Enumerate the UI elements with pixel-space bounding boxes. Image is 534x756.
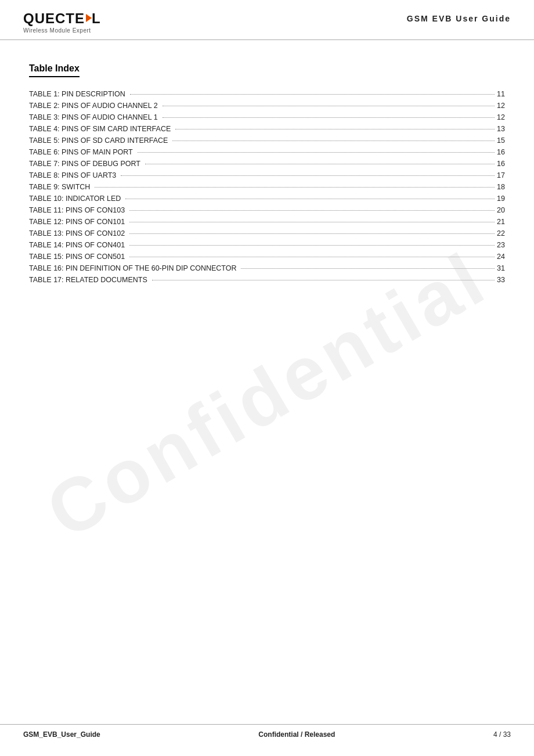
toc-dots [175, 129, 495, 129]
toc-item: TABLE 3: PINS OF AUDIO CHANNEL 112 [29, 113, 505, 121]
toc-item-label: TABLE 15: PINS OF CON501 [29, 253, 125, 261]
company-logo: QUECTE L [23, 10, 100, 27]
page-footer: GSM_EVB_User_Guide Confidential / Releas… [0, 724, 534, 739]
toc-dots [129, 222, 495, 222]
logo-text-end: L [92, 10, 100, 27]
toc-page-number: 18 [497, 183, 505, 191]
toc-item-label: TABLE 11: PINS OF CON103 [29, 206, 125, 214]
toc-page-number: 15 [497, 136, 505, 145]
toc-item: TABLE 4: PINS OF SIM CARD INTERFACE13 [29, 125, 505, 133]
toc-dots [152, 280, 495, 280]
logo-arrow-icon [86, 14, 92, 22]
toc-item: TABLE 5: PINS OF SD CARD INTERFACE15 [29, 136, 505, 145]
toc-item: TABLE 13: PINS OF CON10222 [29, 229, 505, 237]
toc-page-number: 24 [497, 253, 505, 261]
table-of-contents: TABLE 1: PIN DESCRIPTION11TABLE 2: PINS … [29, 90, 505, 284]
toc-item-label: TABLE 5: PINS OF SD CARD INTERFACE [29, 136, 168, 145]
toc-dots [130, 94, 495, 95]
document-title: GSM EVB User Guide [407, 14, 511, 23]
toc-item: TABLE 15: PINS OF CON50124 [29, 253, 505, 261]
logo-area: QUECTE L Wireless Module Expert [23, 10, 100, 34]
toc-dots [129, 257, 495, 257]
toc-item-label: TABLE 14: PINS OF CON401 [29, 241, 125, 249]
main-content: Table Index TABLE 1: PIN DESCRIPTION11TA… [0, 40, 534, 305]
logo-subtitle: Wireless Module Expert [23, 27, 91, 34]
toc-page-number: 12 [497, 102, 505, 110]
toc-page-number: 11 [497, 90, 505, 98]
toc-item-label: TABLE 9: SWITCH [29, 183, 90, 191]
toc-page-number: 16 [497, 148, 505, 156]
toc-item: TABLE 2: PINS OF AUDIO CHANNEL 212 [29, 102, 505, 110]
toc-page-number: 16 [497, 160, 505, 168]
page-header: QUECTE L Wireless Module Expert GSM EVB … [0, 0, 534, 40]
toc-item: TABLE 14: PINS OF CON40123 [29, 241, 505, 249]
footer-status: Confidential / Released [258, 730, 335, 739]
logo-text: QUECTE [23, 10, 85, 27]
toc-dots [163, 106, 495, 106]
toc-item: TABLE 12: PINS OF CON10121 [29, 218, 505, 226]
toc-page-number: 22 [497, 229, 505, 237]
toc-dots [121, 175, 495, 176]
toc-page-number: 20 [497, 206, 505, 214]
toc-dots [138, 152, 495, 153]
toc-page-number: 13 [497, 125, 505, 133]
toc-item-label: TABLE 10: INDICATOR LED [29, 195, 121, 203]
toc-item-label: TABLE 17: RELATED DOCUMENTS [29, 276, 147, 284]
toc-dots [129, 245, 495, 246]
toc-item-label: TABLE 8: PINS OF UART3 [29, 171, 116, 179]
toc-item-label: TABLE 4: PINS OF SIM CARD INTERFACE [29, 125, 171, 133]
toc-page-number: 12 [497, 113, 505, 121]
toc-item: TABLE 8: PINS OF UART317 [29, 171, 505, 179]
section-title: Table Index [29, 63, 80, 77]
toc-item: TABLE 10: INDICATOR LED19 [29, 195, 505, 203]
toc-item-label: TABLE 2: PINS OF AUDIO CHANNEL 2 [29, 102, 158, 110]
footer-page-number: 4 / 33 [493, 730, 511, 739]
toc-dots [145, 164, 495, 164]
toc-item-label: TABLE 3: PINS OF AUDIO CHANNEL 1 [29, 113, 158, 121]
toc-item: TABLE 9: SWITCH18 [29, 183, 505, 191]
toc-dots [172, 141, 495, 141]
toc-item-label: TABLE 7: PINS OF DEBUG PORT [29, 160, 140, 168]
toc-item: TABLE 16: PIN DEFINITION OF THE 60-PIN D… [29, 264, 505, 272]
toc-item: TABLE 1: PIN DESCRIPTION11 [29, 90, 505, 98]
toc-item: TABLE 6: PINS OF MAIN PORT16 [29, 148, 505, 156]
toc-page-number: 19 [497, 195, 505, 203]
toc-dots [129, 233, 495, 234]
toc-page-number: 21 [497, 218, 505, 226]
toc-page-number: 17 [497, 171, 505, 179]
toc-item: TABLE 17: RELATED DOCUMENTS33 [29, 276, 505, 284]
toc-dots [125, 199, 495, 199]
toc-dots [129, 210, 495, 211]
toc-item-label: TABLE 16: PIN DEFINITION OF THE 60-PIN D… [29, 264, 236, 272]
toc-page-number: 31 [497, 264, 505, 272]
toc-dots [95, 187, 495, 188]
footer-document-name: GSM_EVB_User_Guide [23, 730, 100, 739]
toc-item: TABLE 11: PINS OF CON10320 [29, 206, 505, 214]
toc-item-label: TABLE 13: PINS OF CON102 [29, 229, 125, 237]
toc-page-number: 33 [497, 276, 505, 284]
toc-page-number: 23 [497, 241, 505, 249]
toc-dots [241, 268, 495, 269]
toc-item-label: TABLE 12: PINS OF CON101 [29, 218, 125, 226]
toc-item-label: TABLE 6: PINS OF MAIN PORT [29, 148, 133, 156]
toc-item: TABLE 7: PINS OF DEBUG PORT16 [29, 160, 505, 168]
toc-item-label: TABLE 1: PIN DESCRIPTION [29, 90, 125, 98]
toc-dots [163, 117, 495, 118]
